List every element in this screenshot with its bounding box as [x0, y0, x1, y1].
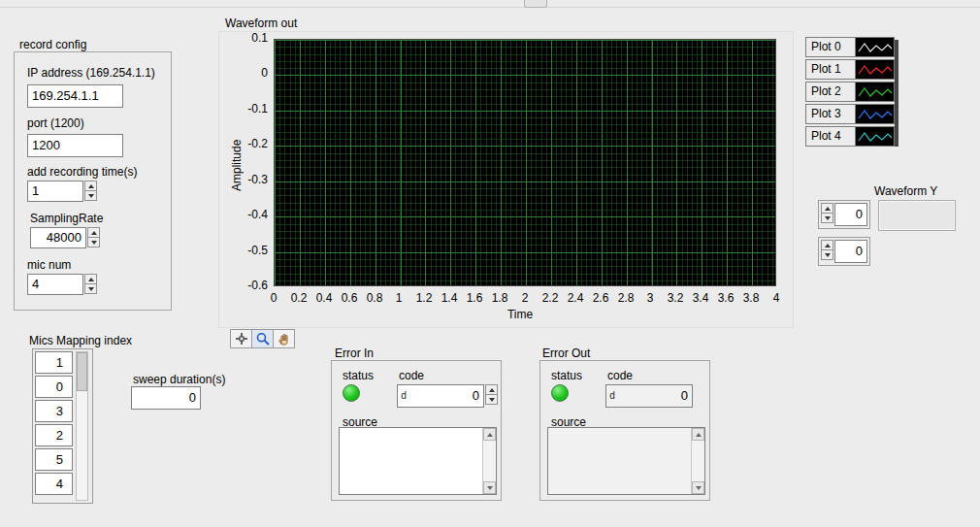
code-label: code	[399, 369, 424, 382]
source-text	[548, 428, 691, 494]
recording-time-control: 1	[27, 181, 97, 202]
error-in-cluster: status code d 0 source	[331, 360, 502, 501]
up-arrow-icon	[91, 231, 97, 235]
zoom-tool-button[interactable]	[251, 329, 274, 348]
hand-icon	[277, 332, 292, 346]
waveform-plot-area[interactable]	[274, 39, 776, 286]
mics-mapping-array: 1 0 3 2 5 4	[32, 348, 93, 504]
crosshair-icon	[234, 332, 249, 346]
mic-num-label: mic num	[27, 258, 71, 272]
status-led[interactable]	[343, 384, 360, 402]
code-value: 0	[409, 385, 483, 407]
scroll-down-button[interactable]	[692, 481, 704, 494]
array-cells: 1 0 3 2 5 4	[35, 351, 73, 501]
splitter-handle[interactable]	[524, 0, 547, 8]
recording-time-input[interactable]: 1	[27, 181, 83, 202]
down-arrow-icon	[487, 486, 493, 490]
pan-tool-button[interactable]	[273, 329, 295, 348]
legend-label: Plot 3	[806, 105, 855, 123]
up-arrow-icon	[825, 244, 831, 247]
scroll-up-button[interactable]	[483, 428, 496, 441]
down-arrow-icon	[91, 241, 97, 245]
code-label: code	[607, 369, 633, 382]
source-scrollbar[interactable]	[482, 428, 496, 494]
decrement-button[interactable]	[485, 394, 498, 405]
array-cell[interactable]: 4	[35, 473, 73, 495]
array-cell[interactable]: 2	[35, 424, 73, 446]
scroll-down-button[interactable]	[483, 481, 496, 494]
ip-address-label: IP address (169.254.1.1)	[27, 66, 155, 80]
array-scrollbar[interactable]	[76, 351, 88, 501]
array-cell[interactable]: 5	[35, 448, 73, 471]
error-out-title: Error Out	[542, 346, 590, 360]
decrement-button[interactable]	[821, 213, 833, 223]
y-tick: -0.1	[223, 102, 268, 115]
decrement-button[interactable]	[84, 283, 97, 294]
legend-shadow	[895, 40, 898, 147]
ip-address-input[interactable]: 169.254.1.1	[27, 84, 123, 108]
code-value: 0	[618, 385, 692, 407]
down-arrow-icon	[825, 253, 831, 257]
code-spinner	[485, 384, 498, 405]
radix-indicator: d	[606, 385, 618, 407]
y-tick: -0.5	[223, 244, 268, 257]
code-input[interactable]: d 0	[397, 384, 484, 408]
plot-line-sample-icon	[855, 82, 894, 101]
down-arrow-icon	[88, 287, 94, 291]
graph-tool-palette	[230, 329, 295, 348]
source-display	[547, 427, 705, 495]
status-label: status	[551, 369, 582, 382]
scrollbar-thumb[interactable]	[77, 352, 87, 391]
scroll-up-button[interactable]	[692, 428, 704, 441]
recording-time-spinner	[84, 181, 97, 201]
pane-divider-line	[0, 7, 980, 8]
legend-label: Plot 0	[806, 38, 855, 56]
waveform-y-label: Waveform Y	[874, 184, 937, 198]
waveform-y-indicator	[878, 200, 956, 231]
source-textarea[interactable]	[339, 427, 497, 495]
plot-line-sample-icon	[855, 105, 894, 123]
y-tick: 0.1	[223, 31, 268, 45]
sampling-rate-spinner	[87, 227, 100, 247]
mics-mapping-label: Mics Mapping index	[29, 334, 132, 347]
source-text[interactable]	[340, 428, 482, 494]
legend-row-plot-4[interactable]: Plot 4	[805, 126, 895, 147]
up-arrow-icon	[487, 433, 493, 437]
legend-label: Plot 1	[806, 60, 855, 79]
chart-title: Waveform out	[225, 16, 297, 30]
waveform-y-spinner-2	[821, 240, 833, 263]
port-input[interactable]: 1200	[27, 134, 123, 157]
legend-row-plot-0[interactable]: Plot 0	[805, 37, 895, 57]
legend-row-plot-1[interactable]: Plot 1	[805, 59, 895, 80]
waveform-y-input-2[interactable]: 0	[834, 240, 867, 263]
mic-num-input[interactable]: 4	[27, 274, 83, 295]
source-scrollbar[interactable]	[691, 428, 704, 494]
legend-label: Plot 2	[806, 82, 855, 101]
array-cell[interactable]: 0	[35, 376, 73, 398]
up-arrow-icon	[696, 433, 702, 437]
array-cell[interactable]: 3	[35, 400, 73, 422]
radix-indicator[interactable]: d	[398, 385, 409, 407]
waveform-y-spinner-1	[821, 203, 833, 226]
sweep-duration-input[interactable]: 0	[131, 386, 201, 410]
status-label: status	[343, 369, 374, 382]
decrement-button[interactable]	[821, 249, 833, 260]
waveform-y-input-1[interactable]: 0	[834, 203, 867, 226]
waveform-y-control-2: 0	[818, 237, 870, 266]
sampling-rate-label: SamplingRate	[30, 212, 103, 225]
status-led	[551, 384, 569, 402]
sampling-rate-input[interactable]: 48000	[30, 227, 86, 248]
array-cell[interactable]: 1	[35, 351, 73, 374]
legend-row-plot-3[interactable]: Plot 3	[805, 104, 895, 124]
code-control: d 0	[397, 384, 498, 408]
decrement-button[interactable]	[87, 237, 100, 247]
decrement-button[interactable]	[84, 190, 97, 201]
move-tool-button[interactable]	[230, 329, 252, 348]
code-display: d 0	[605, 384, 693, 408]
down-arrow-icon	[489, 398, 495, 402]
plot-line-sample-icon	[855, 60, 894, 79]
magnifier-icon	[255, 332, 271, 346]
legend-row-plot-2[interactable]: Plot 2	[805, 82, 895, 102]
y-tick: -0.2	[223, 137, 268, 150]
code-indicator: d 0	[605, 384, 693, 408]
